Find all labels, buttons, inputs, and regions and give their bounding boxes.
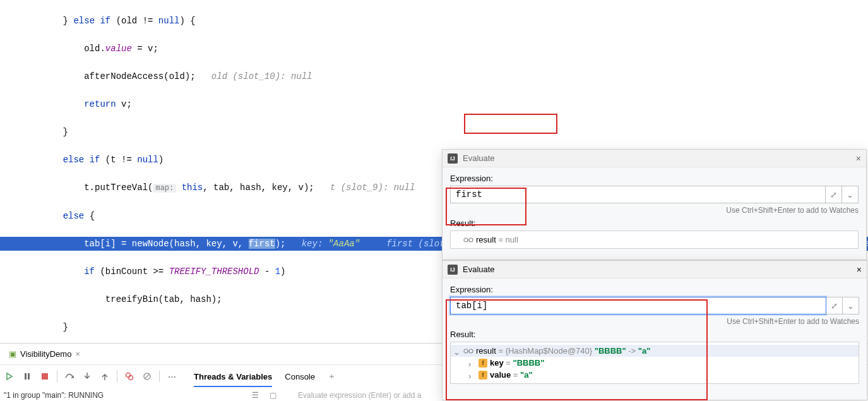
glasses-icon	[463, 236, 473, 244]
result-row-value[interactable]: › f value = "a"	[451, 369, 859, 381]
expand-icon[interactable]: ›	[468, 359, 471, 369]
intellij-icon: IJ	[448, 153, 458, 164]
intellij-icon: IJ	[448, 265, 458, 275]
threads-variables-tab[interactable]: Threads & Variables	[194, 372, 272, 387]
stop-button[interactable]	[38, 369, 52, 383]
mute-breakpoints-button[interactable]	[140, 369, 154, 383]
thread-status: "1 in group "main": RUNNING	[4, 391, 244, 400]
popup-title: Evaluate	[463, 153, 495, 163]
result-panel: ⌄ result = {HashMap$Node@740} "BBBB" -> …	[450, 342, 859, 384]
svg-point-3	[126, 373, 131, 378]
expand-editor-button[interactable]: ⤢	[826, 186, 842, 203]
settings-icon[interactable]: ☰	[249, 389, 261, 401]
pause-button[interactable]	[20, 369, 34, 383]
close-icon[interactable]: ×	[857, 265, 862, 275]
svg-point-7	[464, 238, 468, 242]
resume-button[interactable]	[3, 369, 16, 383]
expression-row: ⤢ ⌄	[450, 297, 859, 314]
result-panel: result = null	[450, 230, 859, 249]
tab-icon: ▣	[9, 349, 16, 359]
filter-icon[interactable]: ▢	[266, 389, 279, 401]
inline-debug-hint: old (slot_10): null	[211, 71, 312, 81]
expression-row: ⤢ ⌄	[450, 186, 859, 203]
glasses-icon	[463, 347, 473, 356]
collapse-icon[interactable]: ⌄	[453, 347, 460, 357]
evaluate-popup-2: IJ Evaluate × Expression: ⤢ ⌄ Use Ctrl+S…	[442, 260, 867, 400]
svg-point-4	[129, 376, 133, 380]
evaluate-popup-1: IJ Evaluate × Expression: ⤢ ⌄ Use Ctrl+S…	[442, 149, 867, 260]
close-icon[interactable]: ×	[75, 349, 80, 359]
tab-label: VisibilityDemo	[20, 349, 71, 359]
svg-rect-2	[42, 373, 48, 380]
close-icon[interactable]: ×	[856, 153, 861, 164]
watches-hint: Use Ctrl+Shift+Enter to add to Watches	[450, 206, 859, 215]
result-text: result = {HashMap$Node@740} "BBBB" -> "a…	[476, 346, 650, 356]
expression-input[interactable]	[450, 186, 826, 203]
watches-hint: Use Ctrl+Shift+Enter to add to Watches	[450, 317, 859, 326]
step-into-button[interactable]	[80, 369, 94, 383]
expression-label: Expression:	[450, 285, 859, 294]
svg-point-10	[464, 349, 468, 353]
step-over-button[interactable]	[62, 369, 76, 383]
result-label: Result:	[450, 330, 859, 339]
add-tab-button[interactable]: ＋	[328, 371, 336, 382]
expand-editor-button[interactable]: ⤢	[826, 297, 843, 314]
inline-debug-key: key: "AaAa"	[302, 239, 360, 249]
field-icon: f	[479, 359, 487, 368]
popup-title: Evaluate	[463, 265, 495, 274]
result-label: Result:	[450, 218, 859, 228]
step-out-button[interactable]	[98, 369, 112, 383]
result-name: result = null	[476, 235, 518, 244]
result-text: key = "BBBB"	[490, 358, 544, 368]
svg-line-6	[145, 374, 150, 379]
expression-label: Expression:	[450, 174, 859, 183]
svg-rect-1	[28, 373, 30, 380]
field-icon: f	[479, 371, 487, 380]
console-tab[interactable]: Console	[285, 372, 315, 381]
history-dropdown[interactable]: ⌄	[842, 186, 859, 203]
view-breakpoints-button[interactable]	[122, 369, 136, 383]
expression-input[interactable]	[450, 297, 826, 314]
svg-rect-0	[25, 373, 27, 380]
inline-debug-hint: t (slot_9): null	[330, 183, 415, 193]
evaluate-hint: Evaluate expression (Enter) or add a	[298, 391, 421, 400]
debug-config-tab[interactable]: ▣ VisibilityDemo ×	[5, 347, 84, 361]
result-text: value = "a"	[490, 370, 533, 380]
result-row[interactable]: result = null	[451, 234, 858, 246]
history-dropdown[interactable]: ⌄	[843, 297, 859, 314]
svg-point-11	[469, 349, 473, 353]
svg-point-8	[469, 238, 473, 242]
result-row-root[interactable]: ⌄ result = {HashMap$Node@740} "BBBB" -> …	[451, 345, 859, 357]
more-actions-button[interactable]: ⋯	[165, 369, 179, 383]
result-row-key[interactable]: › f key = "BBBB"	[451, 357, 859, 369]
expand-icon[interactable]: ›	[468, 371, 471, 381]
